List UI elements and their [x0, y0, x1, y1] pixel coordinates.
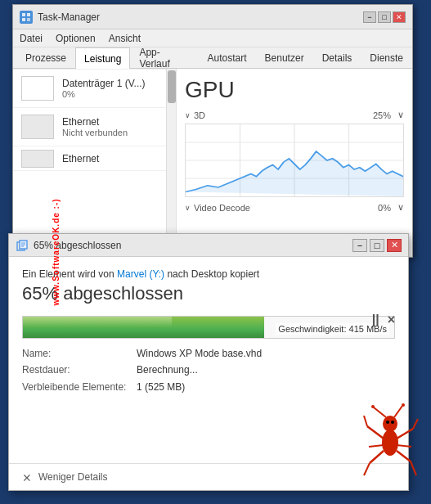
- svg-rect-2: [22, 18, 25, 21]
- svg-line-27: [397, 451, 411, 461]
- ant-figure: [357, 398, 423, 479]
- stop-button[interactable]: ×: [388, 313, 395, 327]
- progress-controls: || ×: [372, 313, 395, 327]
- watermark-text: www.SoftwareOK.de :-): [52, 198, 61, 305]
- copy-main-title: 65% abgeschlossen: [22, 283, 395, 304]
- 3d-value: 25%: [373, 110, 391, 120]
- svg-line-28: [411, 461, 416, 475]
- tab-leistung[interactable]: Leistung: [75, 47, 130, 69]
- minimize-button[interactable]: −: [363, 11, 376, 23]
- progress-section: || × Geschwindigkeit: 415 MB/s: [22, 316, 395, 339]
- video-arrow-right: ∨: [397, 202, 404, 213]
- dialog-close-button[interactable]: ✕: [387, 239, 402, 252]
- dialog-content: Ein Element wird von Marvel (Y:) nach De…: [9, 257, 408, 407]
- sidebar-info-datentraeger: Datenträger 1 (V...) 0%: [62, 78, 158, 99]
- detail-row-restdauer: Restdauer: Berechnung...: [22, 362, 395, 378]
- sidebar-graph-ethernet2: [21, 150, 54, 168]
- svg-line-30: [397, 445, 411, 447]
- sidebar-name-ethernet2: Ethernet: [62, 153, 158, 164]
- detail-label-restdauer: Restdauer:: [22, 362, 137, 378]
- taskmanager-icon: [20, 11, 33, 24]
- menu-datei[interactable]: Datei: [20, 33, 43, 44]
- sidebar-scrollbar[interactable]: [166, 69, 176, 257]
- detail-row-verbleibend: Verbleibende Elemente: 1 (525 MB): [22, 379, 395, 395]
- sidebar-name-datentraeger: Datenträger 1 (V...): [62, 78, 158, 89]
- gpu-graph: [185, 124, 404, 197]
- video-arrow: ∨: [185, 204, 191, 212]
- dialog-bottom-bar: ⨯ Weniger Details: [9, 463, 408, 490]
- svg-line-21: [367, 426, 384, 439]
- svg-line-25: [370, 451, 384, 463]
- chevron-up-icon: ⨯: [22, 470, 32, 484]
- tab-dienste[interactable]: Dienste: [361, 47, 412, 68]
- subtitle-middle-text: nach: [167, 268, 188, 280]
- video-value: 0%: [378, 203, 391, 213]
- sidebar-info-ethernet1: Ethernet Nicht verbunden: [62, 116, 158, 137]
- sidebar-value-ethernet1: Nicht verbunden: [62, 128, 158, 137]
- progress-bar-shine: [23, 317, 172, 327]
- menu-bar: Datei Optionen Ansicht: [13, 29, 412, 47]
- svg-point-18: [371, 405, 375, 408]
- subtitle-dest-text: Desktop: [191, 268, 227, 280]
- file-details: Name: Windows XP Mode base.vhd Restdauer…: [22, 345, 395, 395]
- tab-bar: Prozesse Leistung App-Verlauf Autostart …: [13, 47, 412, 69]
- progress-bar-container: Geschwindigkeit: 415 MB/s: [22, 316, 395, 339]
- task-manager-window: Task-Manager − □ ✕ Datei Optionen Ansich…: [12, 4, 413, 258]
- sidebar-item-ethernet1[interactable]: Ethernet Nicht verbunden: [13, 108, 176, 146]
- svg-rect-1: [27, 13, 30, 16]
- subtitle-source-text: Marvel (Y:): [117, 268, 164, 280]
- window-controls: − □ ✕: [363, 11, 406, 23]
- taskmanager-title: Task-Manager: [38, 11, 363, 23]
- svg-line-26: [364, 463, 370, 475]
- detail-value-verbleibend: 1 (525 MB): [137, 379, 185, 395]
- close-button[interactable]: ✕: [393, 11, 406, 23]
- tab-prozesse[interactable]: Prozesse: [16, 47, 75, 68]
- copy-subtitle: Ein Element wird von Marvel (Y:) nach De…: [22, 268, 395, 280]
- dialog-minimize-button[interactable]: −: [352, 239, 367, 252]
- 3d-arrow-right: ∨: [397, 110, 404, 120]
- svg-line-29: [369, 445, 384, 447]
- tab-details[interactable]: Details: [313, 47, 361, 68]
- gpu-3d-label: ∨ 3D 25% ∨: [185, 110, 404, 120]
- sidebar-item-ethernet2[interactable]: Ethernet: [13, 146, 176, 171]
- gpu-panel: GPU ∨ 3D 25% ∨: [177, 69, 412, 257]
- svg-point-16: [383, 416, 397, 432]
- details-toggle-button[interactable]: Weniger Details: [38, 471, 107, 483]
- dialog-icon: [16, 239, 29, 252]
- taskmanager-titlebar: Task-Manager − □ ✕: [13, 5, 412, 29]
- 3d-arrow: ∨: [185, 111, 191, 119]
- dialog-maximize-button[interactable]: □: [370, 239, 384, 252]
- maximize-button[interactable]: □: [378, 11, 391, 23]
- subtitle-prefix: Ein Element wird von: [22, 268, 114, 280]
- sidebar-item-datentraeger[interactable]: Datenträger 1 (V...) 0%: [13, 69, 176, 108]
- menu-optionen[interactable]: Optionen: [56, 33, 96, 44]
- sidebar-name-ethernet1: Ethernet: [62, 116, 158, 128]
- tab-benutzer[interactable]: Benutzer: [256, 47, 313, 68]
- svg-line-19: [394, 406, 402, 417]
- sidebar-info-ethernet2: Ethernet: [62, 153, 158, 164]
- copy-dialog: 65% abgeschlossen − □ ✕ Ein Element wird…: [8, 233, 409, 491]
- svg-rect-0: [22, 13, 25, 16]
- sidebar: Datenträger 1 (V...) 0% Ethernet Nicht v…: [13, 69, 177, 257]
- dialog-title: 65% abgeschlossen: [34, 240, 352, 251]
- tab-appverlauf[interactable]: App-Verlauf: [130, 47, 198, 68]
- sidebar-value-datentraeger: 0%: [62, 89, 158, 99]
- dialog-controls: − □ ✕: [352, 239, 402, 252]
- svg-line-17: [374, 407, 386, 417]
- sidebar-scrollbar-thumb: [168, 70, 176, 103]
- svg-line-23: [397, 429, 413, 439]
- svg-point-32: [391, 421, 394, 424]
- gpu-video-label: ∨ Video Decode 0% ∨: [185, 202, 404, 213]
- svg-line-22: [364, 416, 367, 426]
- pause-button[interactable]: ||: [372, 313, 379, 327]
- menu-ansicht[interactable]: Ansicht: [109, 33, 141, 44]
- gpu-title: GPU: [185, 77, 404, 103]
- sidebar-graph-datentraeger: [21, 76, 54, 101]
- subtitle-suffix-text: kopiert: [230, 268, 259, 280]
- 3d-label-text: 3D: [194, 110, 205, 120]
- video-label-text: Video Decode: [194, 203, 250, 213]
- detail-value-name: Windows XP Mode base.vhd: [137, 345, 262, 362]
- tab-autostart[interactable]: Autostart: [199, 47, 256, 68]
- detail-label-name: Name:: [22, 345, 137, 362]
- svg-rect-3: [27, 18, 30, 21]
